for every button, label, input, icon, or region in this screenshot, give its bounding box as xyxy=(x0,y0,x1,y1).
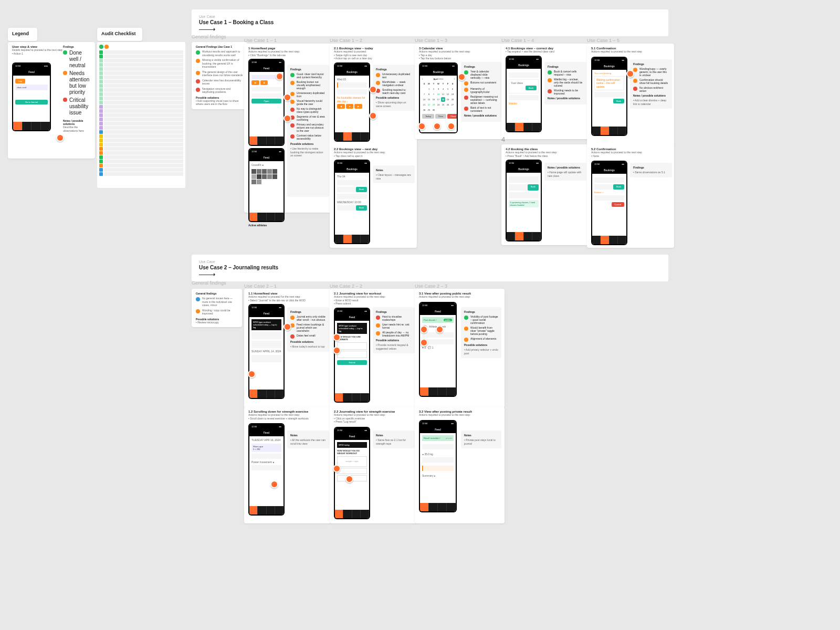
uc2-3b-card: 3.2 View after posting private result Ac… xyxy=(415,407,505,523)
uc1-2a-findings: Findings Unnecessary duplicated text Mon… xyxy=(373,65,415,111)
general-findings-uc2: General findings No general issues here … xyxy=(192,289,242,327)
uc1-1-findings: Findings Good: clear card layout and con… xyxy=(287,65,329,197)
usecase-1-title: Use Case 1 – Booking a Class xyxy=(199,19,661,25)
legend-card: User step & view Details required to pro… xyxy=(8,42,95,159)
audit-checklist xyxy=(97,42,185,188)
legend-findings-title: Findings xyxy=(63,45,92,48)
legend-title-card: Legend xyxy=(8,28,37,41)
dot-orange xyxy=(63,71,67,75)
col-uc1-2: Use Case 1 – 2 xyxy=(330,38,362,43)
arrow-icon xyxy=(199,29,215,30)
col-uc1-1: Use Case 1 – 1 xyxy=(244,38,277,43)
uc2-2b-card: 2.2 Journaling view for strength exercis… xyxy=(330,407,417,523)
uc1-2b-card: 2.2 Bookings view – next day Actions req… xyxy=(330,144,417,248)
uc1-1-card: 1 Home/feed page Actions required to pro… xyxy=(244,44,331,213)
label-4: 4 xyxy=(501,135,505,143)
uc2-3a-card: 3.1 View after posting public result Act… xyxy=(415,289,505,408)
design-canvas[interactable]: Legend User step & view Details required… xyxy=(0,0,840,630)
col-general-findings: General findings xyxy=(192,34,226,39)
uc1-5a-card: 5.1 Confirmation Actions required to pro… xyxy=(587,44,674,147)
uc1-2a-card: 2.1 Bookings view – today Actions requir… xyxy=(330,44,417,147)
legend-sample-phone: 12:34●●● Feed Log class card Go to Journ… xyxy=(12,62,51,131)
usecase-2-title: Use Case 2 – Journaling results xyxy=(199,265,661,270)
col-uc1-5: Use Case 1 – 5 xyxy=(587,38,620,43)
uc1-5b-card: 5.2 Confirmation Actions required to pro… xyxy=(587,144,674,248)
checklist-title-card: Audit Checklist xyxy=(97,28,142,41)
phone-feed-1b: 12:34●● Feed CrossFit ● xyxy=(248,148,285,222)
usecase-2-bar: Use Case Use Case 2 – Journaling results xyxy=(192,255,668,281)
uc2-1a-card: 1.1 Home/feed view Actions required to p… xyxy=(244,289,331,408)
phone-bookings-today: 12:34●● Bookings Wed 03 No bookable clas… xyxy=(334,62,370,142)
book-button[interactable]: Book xyxy=(526,86,537,90)
col-uc1-3: Use Case 1 – 3 xyxy=(415,38,447,43)
col-uc1-4: Use Case 1 – 4 xyxy=(501,38,534,43)
dot-red xyxy=(63,98,67,102)
uc1-3-card: 3 Calendar view Actions required to proc… xyxy=(415,44,505,139)
cancel-button[interactable]: Cancel xyxy=(612,202,624,207)
legend-title: Legend xyxy=(12,31,33,36)
phone-feed-1: 12:34●● Feed ▶■ Open xyxy=(248,59,285,146)
usecase-1-bar: Use Case Use Case 1 – Booking a Class xyxy=(192,9,668,36)
dot-green xyxy=(63,50,67,55)
general-findings-uc1: General Findings Use Case 1 Workout resu… xyxy=(192,42,247,109)
uc1-4b-card: 4.2 Booking the class Actions required t… xyxy=(501,144,589,245)
uc2-2a-card: 2.1 Journaling view for workout Actions … xyxy=(330,289,417,408)
uc1-4a-card: 4.1 Bookings view – correct day • Tap ex… xyxy=(501,44,589,139)
marker-icon xyxy=(56,134,64,142)
checklist-title: Audit Checklist xyxy=(101,31,138,36)
uc2-1b-card: 1.2 Scrolling down for strength exercise… xyxy=(244,407,331,523)
